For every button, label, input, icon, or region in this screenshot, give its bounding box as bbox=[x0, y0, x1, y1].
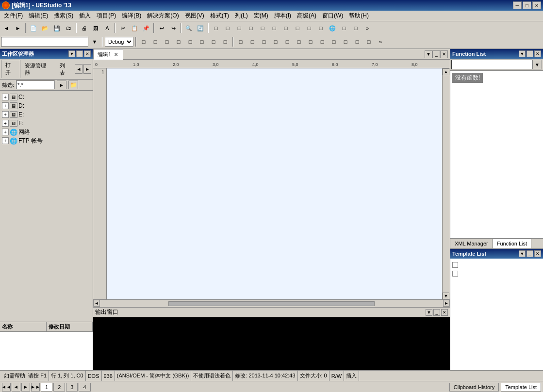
editor-tab-1[interactable]: 编辑1 ✕ bbox=[93, 49, 123, 60]
template-item-2[interactable] bbox=[452, 269, 541, 278]
menu-compile[interactable]: 编译(B) bbox=[119, 11, 144, 21]
maximize-button[interactable]: □ bbox=[523, 1, 531, 9]
menu-script[interactable]: 脚本(I) bbox=[271, 11, 294, 21]
toolbar-btn-3[interactable]: □ bbox=[234, 23, 245, 33]
bottom-nav-first[interactable]: ◄◄ bbox=[2, 383, 11, 392]
toolbar-btn-r14[interactable]: □ bbox=[294, 36, 304, 47]
sidebar-tab-open[interactable]: 打开 bbox=[1, 60, 20, 78]
toolbar-btn-r10[interactable]: □ bbox=[247, 36, 258, 47]
bottom-tab-4[interactable]: 4 bbox=[79, 383, 90, 392]
clipboard-history-tab[interactable]: Clipboard History bbox=[449, 383, 499, 392]
hscroll-left-button[interactable]: ◄ bbox=[93, 300, 100, 307]
menu-format[interactable]: 格式(T) bbox=[207, 11, 232, 21]
toolbar-btn-r5[interactable]: □ bbox=[185, 36, 196, 47]
bottom-tab-3[interactable]: 3 bbox=[66, 383, 78, 392]
tree-expand-f[interactable]: + bbox=[2, 120, 9, 127]
function-search-button[interactable]: ▼ bbox=[532, 60, 542, 69]
toolbar-btn-r19[interactable]: □ bbox=[352, 36, 362, 47]
toolbar-btn-r20[interactable]: □ bbox=[363, 36, 374, 47]
menu-file[interactable]: 文件(F) bbox=[1, 11, 26, 21]
toolbar-btn-r6[interactable]: □ bbox=[197, 36, 207, 47]
tree-item-c[interactable]: + 🖥 C: bbox=[1, 93, 92, 101]
menu-window[interactable]: 窗口(W) bbox=[319, 11, 346, 21]
workspace-pin-button[interactable]: ▼ bbox=[68, 50, 75, 57]
template-list-pin-button[interactable]: ▼ bbox=[519, 250, 526, 257]
toolbar-btn-save[interactable]: 💾 bbox=[51, 23, 62, 33]
toolbar-btn-r4[interactable]: □ bbox=[173, 36, 184, 47]
vscroll-down-button[interactable]: ▼ bbox=[443, 293, 449, 299]
toolbar-btn-paste[interactable]: 📌 bbox=[141, 23, 151, 33]
toolbar-btn-10[interactable]: □ bbox=[315, 23, 326, 33]
toolbar-btn-7[interactable]: □ bbox=[280, 23, 291, 33]
toolbar-btn-overflow[interactable]: » bbox=[362, 23, 373, 33]
template-checkbox-1[interactable] bbox=[452, 262, 458, 268]
tree-item-f[interactable]: + 🖥 F: bbox=[1, 119, 92, 128]
hscroll-right-button[interactable]: ► bbox=[443, 300, 450, 307]
menu-help[interactable]: 帮助(H) bbox=[346, 11, 372, 21]
tree-expand-c[interactable]: + bbox=[2, 94, 9, 100]
tree-item-ftp[interactable]: + 🌐 FTP 帐号 bbox=[1, 136, 92, 145]
bottom-nav-next[interactable]: ► bbox=[21, 383, 30, 392]
output-minimize-button[interactable]: _ bbox=[433, 309, 440, 316]
toolbar-debug-dropdown[interactable]: Debug bbox=[105, 37, 133, 47]
function-list-close-button[interactable]: ✕ bbox=[534, 50, 541, 57]
toolbar-btn-forward[interactable]: ► bbox=[13, 23, 23, 33]
output-pin-button[interactable]: ▼ bbox=[426, 309, 432, 316]
toolbar-btn-1[interactable]: □ bbox=[211, 23, 221, 33]
toolbar-btn-r8[interactable]: □ bbox=[220, 36, 230, 47]
menu-column[interactable]: 列(L) bbox=[232, 11, 251, 21]
sidebar-tab-explorer[interactable]: 资源管理器 bbox=[20, 60, 55, 78]
menu-view[interactable]: 视图(V) bbox=[182, 11, 207, 21]
tree-expand-network[interactable]: + bbox=[2, 129, 9, 135]
toolbar-btn-save-all[interactable]: 🗂 bbox=[63, 23, 74, 33]
tree-item-d[interactable]: + 🖥 D: bbox=[1, 101, 92, 110]
function-list-tab[interactable]: Function List bbox=[493, 239, 531, 248]
toolbar-btn-r2[interactable]: □ bbox=[150, 36, 161, 47]
editor-tab-1-close[interactable]: ✕ bbox=[113, 51, 119, 57]
bottom-tab-1[interactable]: 1 bbox=[41, 383, 52, 392]
toolbar-btn-4[interactable]: □ bbox=[246, 23, 256, 33]
template-list-tab[interactable]: Template List bbox=[501, 383, 541, 392]
tree-expand-ftp[interactable]: + bbox=[2, 137, 9, 144]
filter-go-button[interactable]: ► bbox=[57, 81, 66, 89]
editor-content[interactable] bbox=[107, 68, 442, 299]
xml-manager-tab[interactable]: XML Manager bbox=[450, 239, 493, 248]
toolbar-btn-replace[interactable]: 🔄 bbox=[195, 23, 206, 33]
toolbar-btn-undo[interactable]: ↩ bbox=[156, 23, 167, 33]
toolbar-btn-r13[interactable]: □ bbox=[282, 36, 293, 47]
tree-item-network[interactable]: + 🌐 网络 bbox=[1, 128, 92, 136]
sidebar-tab-list[interactable]: 列表 bbox=[55, 60, 75, 78]
toolbar-btn-5[interactable]: □ bbox=[257, 23, 268, 33]
filter-folder-button[interactable]: 📁 bbox=[68, 81, 78, 89]
toolbar-btn-print[interactable]: 🖨 bbox=[79, 23, 89, 33]
function-search-input[interactable] bbox=[451, 60, 532, 69]
toolbar-path-input[interactable] bbox=[1, 37, 88, 47]
menu-solution[interactable]: 解决方案(O) bbox=[144, 11, 181, 21]
toolbar-path-dropdown[interactable]: ▼ bbox=[89, 36, 100, 47]
toolbar-btn-12[interactable]: □ bbox=[350, 23, 361, 33]
toolbar-btn-redo[interactable]: ↪ bbox=[168, 23, 179, 33]
hscroll-thumb[interactable] bbox=[168, 301, 374, 306]
toolbar-btn-r12[interactable]: □ bbox=[270, 36, 281, 47]
toolbar-btn-web[interactable]: 🌐 bbox=[327, 23, 338, 33]
toolbar-btn-6[interactable]: □ bbox=[269, 23, 280, 33]
toolbar-btn-back[interactable]: ◄ bbox=[1, 23, 12, 33]
close-button[interactable]: ✕ bbox=[532, 1, 541, 9]
toolbar-btn-open[interactable]: 📂 bbox=[40, 23, 50, 33]
template-list-minimize-button[interactable]: _ bbox=[527, 250, 533, 257]
workspace-minimize-button[interactable]: _ bbox=[76, 50, 83, 57]
sidebar-nav-right[interactable]: ► bbox=[83, 64, 91, 74]
function-list-pin-button[interactable]: ▼ bbox=[519, 50, 526, 57]
tree-expand-d[interactable]: + bbox=[2, 102, 9, 109]
toolbar-btn-8[interactable]: □ bbox=[292, 23, 303, 33]
editor-tab-minimize[interactable]: _ bbox=[432, 50, 440, 58]
toolbar-btn-r9[interactable]: □ bbox=[235, 36, 246, 47]
toolbar-btn-print-preview[interactable]: 🖼 bbox=[90, 23, 101, 33]
menu-macro[interactable]: 宏(M) bbox=[251, 11, 271, 21]
toolbar-btn-new[interactable]: 📄 bbox=[28, 23, 39, 33]
toolbar-btn-r1[interactable]: □ bbox=[138, 36, 149, 47]
menu-advanced[interactable]: 高级(A) bbox=[294, 11, 319, 21]
template-item-1[interactable] bbox=[452, 261, 541, 269]
template-checkbox-2[interactable] bbox=[452, 271, 458, 277]
output-close-button[interactable]: ✕ bbox=[441, 309, 448, 316]
